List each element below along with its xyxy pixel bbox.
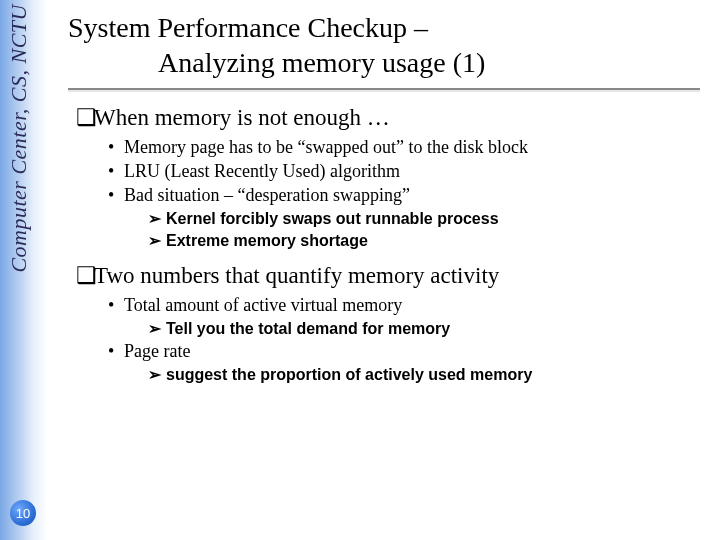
- sidebar-gradient: Computer Center, CS, NCTU: [0, 0, 48, 540]
- page-number-badge: 10: [10, 500, 36, 526]
- section-heading: ❑When memory is not enough …: [76, 104, 700, 131]
- bullet-item: •Bad situation – “desperation swapping”: [108, 185, 700, 206]
- sub-bullet-text: Kernel forcibly swaps out runnable proce…: [166, 210, 499, 227]
- dot-bullet-icon: •: [108, 137, 124, 158]
- square-bullet-icon: ❑: [76, 262, 94, 289]
- bullet-text: Bad situation – “desperation swapping”: [124, 185, 410, 205]
- sub-bullet-text: Extreme memory shortage: [166, 232, 368, 249]
- bullet-item: •Page rate: [108, 341, 700, 362]
- arrow-bullet-icon: ➢: [148, 209, 166, 228]
- title-line-2: Analyzing memory usage (1): [68, 45, 700, 80]
- bullet-text: Page rate: [124, 341, 190, 361]
- heading-text: When memory is not enough …: [94, 105, 390, 130]
- slide-title: System Performance Checkup – Analyzing m…: [68, 10, 700, 80]
- title-divider: [68, 88, 700, 90]
- section: ❑When memory is not enough … •Memory pag…: [68, 104, 700, 250]
- heading-text: Two numbers that quantify memory activit…: [94, 263, 499, 288]
- slide-content: System Performance Checkup – Analyzing m…: [68, 10, 700, 396]
- sub-bullet-item: ➢suggest the proportion of actively used…: [148, 365, 700, 384]
- bullet-text: Total amount of active virtual memory: [124, 295, 402, 315]
- section: ❑Two numbers that quantify memory activi…: [68, 262, 700, 384]
- bullet-text: Memory page has to be “swapped out” to t…: [124, 137, 528, 157]
- sidebar-label: Computer Center, CS, NCTU: [6, 4, 32, 273]
- section-heading: ❑Two numbers that quantify memory activi…: [76, 262, 700, 289]
- dot-bullet-icon: •: [108, 341, 124, 362]
- sub-bullet-text: Tell you the total demand for memory: [166, 320, 450, 337]
- bullet-text: LRU (Least Recently Used) algorithm: [124, 161, 400, 181]
- bullet-item: •LRU (Least Recently Used) algorithm: [108, 161, 700, 182]
- bullet-item: •Total amount of active virtual memory: [108, 295, 700, 316]
- dot-bullet-icon: •: [108, 295, 124, 316]
- square-bullet-icon: ❑: [76, 104, 94, 131]
- bullet-item: •Memory page has to be “swapped out” to …: [108, 137, 700, 158]
- sub-bullet-item: ➢Extreme memory shortage: [148, 231, 700, 250]
- sub-bullet-item: ➢Kernel forcibly swaps out runnable proc…: [148, 209, 700, 228]
- arrow-bullet-icon: ➢: [148, 319, 166, 338]
- arrow-bullet-icon: ➢: [148, 231, 166, 250]
- dot-bullet-icon: •: [108, 185, 124, 206]
- sub-bullet-item: ➢Tell you the total demand for memory: [148, 319, 700, 338]
- dot-bullet-icon: •: [108, 161, 124, 182]
- arrow-bullet-icon: ➢: [148, 365, 166, 384]
- title-line-1: System Performance Checkup –: [68, 10, 700, 45]
- sub-bullet-text: suggest the proportion of actively used …: [166, 366, 532, 383]
